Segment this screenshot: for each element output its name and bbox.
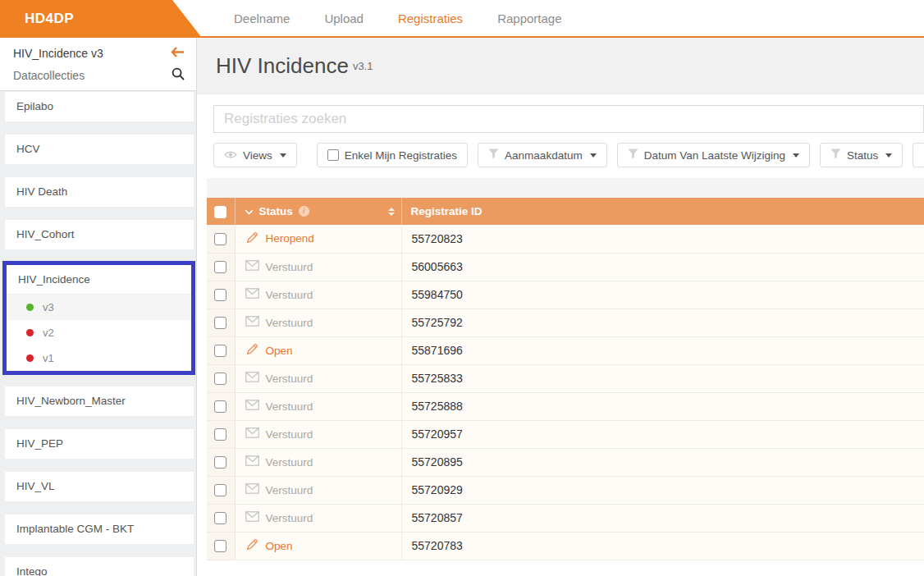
table-row[interactable]: Verstuurd 55984750 [207, 281, 924, 309]
row-checkbox[interactable] [214, 512, 226, 524]
table-row[interactable]: Verstuurd 55720957 [207, 420, 924, 448]
row-registration-id: 55720895 [401, 448, 924, 476]
row-status-label: Verstuurd [266, 289, 313, 301]
sidebar-item-hiv-newborn-master[interactable]: HIV_Newborn_Master [5, 386, 194, 416]
sidebar-item-intego[interactable]: Intego [5, 557, 194, 576]
only-my-registrations-label: Enkel Mijn Registraties [345, 149, 457, 162]
app-logo[interactable]: HD4DP [0, 0, 202, 38]
version-status-dot [26, 354, 34, 362]
row-select-cell [207, 253, 235, 281]
row-status-cell[interactable]: Verstuurd [235, 253, 401, 281]
row-checkbox[interactable] [214, 484, 226, 496]
row-status-label: Verstuurd [266, 456, 313, 469]
row-status-cell[interactable]: Open [235, 532, 401, 560]
top-navigation-bar: HD4DP DeelnameUploadRegistratiesRapporta… [0, 0, 924, 38]
filter-button-pati-nt[interactable]: Patiënt [913, 143, 924, 167]
sidebar: HIV_Incidence v3 Datacollecties EpilaboH… [0, 38, 197, 576]
select-all-header[interactable] [207, 198, 235, 225]
page-version: v3.1 [353, 60, 373, 72]
status-column-header[interactable]: Status i [235, 198, 401, 225]
row-status-cell[interactable]: Verstuurd [235, 392, 401, 420]
table-row[interactable]: Heropend 55720823 [207, 225, 924, 253]
row-registration-id: 55720823 [401, 225, 924, 253]
row-checkbox[interactable] [214, 540, 226, 552]
envelope-icon [245, 427, 259, 441]
table-row[interactable]: Verstuurd 55720929 [207, 476, 924, 504]
row-status-cell[interactable]: Verstuurd [235, 364, 401, 392]
row-checkbox[interactable] [214, 373, 226, 385]
sidebar-item-hiv-cohort[interactable]: HIV_Cohort [5, 220, 194, 249]
nav-item-label: Deelname [234, 11, 290, 25]
funnel-icon [488, 149, 499, 162]
row-status-label: Open [266, 540, 293, 552]
sidebar-item-hcv[interactable]: HCV [5, 135, 194, 164]
sidebar-item-implantable-cgm-bkt[interactable]: Implantable CGM - BKT [5, 514, 194, 544]
sort-arrows-icon[interactable] [388, 208, 395, 216]
version-item-v3[interactable]: v3 [7, 295, 191, 320]
row-checkbox[interactable] [214, 317, 226, 329]
table-row[interactable]: Verstuurd 55725888 [207, 392, 924, 420]
sidebar-item-hiv-vl[interactable]: HIV_VL [5, 472, 194, 501]
row-status-cell[interactable]: Verstuurd [235, 448, 401, 476]
sidebar-item-label: HIV_Newborn_Master [16, 395, 126, 407]
row-select-cell [207, 532, 235, 560]
row-status-label: Verstuurd [266, 373, 313, 385]
row-checkbox[interactable] [214, 345, 226, 357]
nav-item-label: Registraties [398, 11, 463, 25]
row-status-cell[interactable]: Heropend [235, 225, 401, 253]
nav-item-deelname[interactable]: Deelname [217, 11, 307, 25]
row-select-cell [207, 392, 235, 420]
sidebar-item-hiv-death[interactable]: HIV Death [5, 177, 194, 207]
row-status-cell[interactable]: Verstuurd [235, 420, 401, 448]
nav-item-rapportage[interactable]: Rapportage [480, 11, 579, 25]
row-status-cell[interactable]: Verstuurd [235, 476, 401, 504]
table-row[interactable]: Open 55720783 [207, 532, 924, 560]
row-status-cell[interactable]: Verstuurd [235, 504, 401, 532]
pencil-icon [245, 537, 259, 554]
row-select-cell [207, 336, 235, 364]
nav-item-registraties[interactable]: Registraties [381, 11, 480, 25]
select-all-checkbox[interactable] [214, 206, 226, 218]
row-checkbox[interactable] [214, 233, 226, 245]
sidebar-item-hiv-incidence[interactable]: HIV_Incidence [7, 265, 191, 295]
only-my-registrations-checkbox[interactable] [327, 149, 339, 161]
chevron-down-icon[interactable] [245, 205, 254, 217]
views-button[interactable]: Views [213, 143, 297, 167]
search-icon[interactable] [172, 67, 185, 83]
table-row[interactable]: Verstuurd 55720895 [207, 448, 924, 476]
sidebar-item-epilabo[interactable]: Epilabo [5, 92, 194, 121]
row-checkbox[interactable] [214, 261, 226, 273]
table-row[interactable]: Open 55871696 [207, 336, 924, 364]
registrations-search-input[interactable] [213, 105, 924, 133]
version-item-v1[interactable]: v1 [7, 345, 191, 371]
registrations-table: Status i Registratie ID [207, 198, 924, 560]
row-checkbox[interactable] [214, 400, 226, 413]
filter-button-aanmaakdatum[interactable]: Aanmaakdatum [478, 143, 607, 167]
table-row[interactable]: Verstuurd 56005663 [207, 253, 924, 281]
filter-button-status[interactable]: Status [820, 143, 903, 167]
row-status-cell[interactable]: Verstuurd [235, 281, 401, 309]
table-row[interactable]: Verstuurd 55725792 [207, 309, 924, 336]
nav-item-upload[interactable]: Upload [307, 11, 381, 25]
info-circle-icon[interactable]: i [299, 206, 309, 217]
funnel-icon [628, 149, 638, 162]
row-checkbox[interactable] [214, 456, 226, 469]
filter-button-datum-van-laatste-wijziging[interactable]: Datum Van Laatste Wijziging [617, 143, 810, 167]
only-my-registrations-toggle[interactable]: Enkel Mijn Registraties [317, 143, 468, 167]
row-status-cell[interactable]: Open [235, 336, 401, 364]
table-row[interactable]: Verstuurd 55720857 [207, 504, 924, 532]
table-row[interactable]: Verstuurd 55725833 [207, 364, 924, 392]
version-item-v2[interactable]: v2 [7, 320, 191, 345]
sidebar-item-hiv-pep[interactable]: HIV_PEP [5, 429, 194, 459]
envelope-icon [245, 455, 259, 469]
registration-id-column-header[interactable]: Registratie ID [401, 198, 924, 225]
page-layout: HIV_Incidence v3 Datacollecties EpilaboH… [0, 38, 924, 576]
back-arrow-icon[interactable] [171, 47, 185, 60]
envelope-icon [245, 372, 259, 385]
row-status-cell[interactable]: Verstuurd [235, 309, 401, 336]
row-checkbox[interactable] [214, 428, 226, 441]
row-checkbox[interactable] [214, 289, 226, 301]
sidebar-item-label: Implantable CGM - BKT [16, 523, 134, 535]
row-registration-id: 55725833 [401, 364, 924, 392]
table-top-strip [207, 178, 924, 198]
